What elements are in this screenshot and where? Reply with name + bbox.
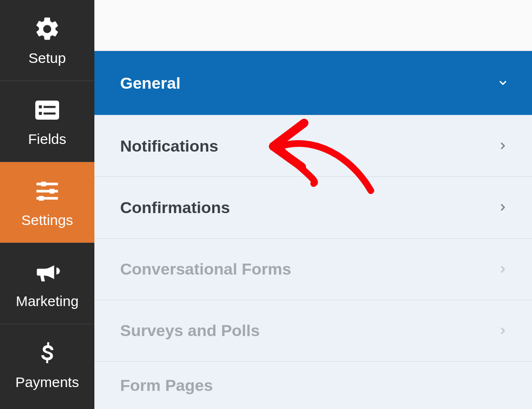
sidebar-item-payments[interactable]: Payments — [0, 324, 94, 405]
chevron-down-icon — [498, 78, 508, 88]
chevron-right-icon — [498, 141, 508, 151]
sidebar-item-label: Marketing — [16, 293, 79, 309]
svg-rect-2 — [44, 106, 56, 108]
svg-rect-3 — [39, 112, 42, 114]
main-panel: General Notifications Confirmations Conv… — [94, 0, 532, 409]
list-icon — [33, 96, 61, 124]
sidebar-item-marketing[interactable]: Marketing — [0, 243, 94, 324]
svg-rect-6 — [41, 182, 46, 186]
chevron-right-icon — [498, 380, 508, 390]
sidebar-item-label: Settings — [21, 212, 73, 228]
sidebar-item-label: Fields — [28, 131, 66, 147]
settings-row-form-pages[interactable]: Form Pages — [94, 362, 532, 409]
settings-row-general[interactable]: General — [94, 51, 532, 115]
chevron-right-icon — [498, 326, 508, 336]
sidebar-item-fields[interactable]: Fields — [0, 81, 94, 162]
settings-row-conversational-forms[interactable]: Conversational Forms — [94, 239, 532, 300]
app-root: Setup Fields Settings Marketing Payments — [0, 0, 532, 409]
header-strip — [94, 0, 532, 51]
settings-row-confirmations[interactable]: Confirmations — [94, 177, 532, 238]
settings-row-label: Notifications — [120, 137, 218, 155]
settings-row-label: Surveys and Polls — [120, 321, 260, 340]
sidebar-item-setup[interactable]: Setup — [0, 0, 94, 81]
settings-row-label: Conversational Forms — [120, 260, 291, 278]
settings-row-notifications[interactable]: Notifications — [94, 115, 532, 177]
svg-rect-0 — [35, 101, 59, 120]
svg-rect-8 — [50, 189, 54, 194]
settings-row-surveys-polls[interactable]: Surveys and Polls — [94, 300, 532, 362]
bullhorn-icon — [33, 258, 61, 286]
svg-rect-10 — [39, 196, 44, 201]
settings-row-label: Form Pages — [120, 376, 213, 395]
sidebar-item-label: Setup — [29, 50, 66, 66]
svg-rect-1 — [39, 105, 42, 108]
svg-rect-4 — [44, 112, 56, 114]
settings-row-label: General — [120, 74, 181, 92]
dollar-icon — [33, 339, 61, 368]
sidebar-item-settings[interactable]: Settings — [0, 162, 94, 243]
chevron-right-icon — [498, 264, 508, 275]
sidebar: Setup Fields Settings Marketing Payments — [0, 0, 94, 409]
gear-icon — [33, 15, 61, 43]
sidebar-item-label: Payments — [15, 374, 79, 390]
sliders-icon — [33, 177, 61, 205]
chevron-right-icon — [498, 202, 508, 213]
settings-row-label: Confirmations — [120, 198, 230, 217]
